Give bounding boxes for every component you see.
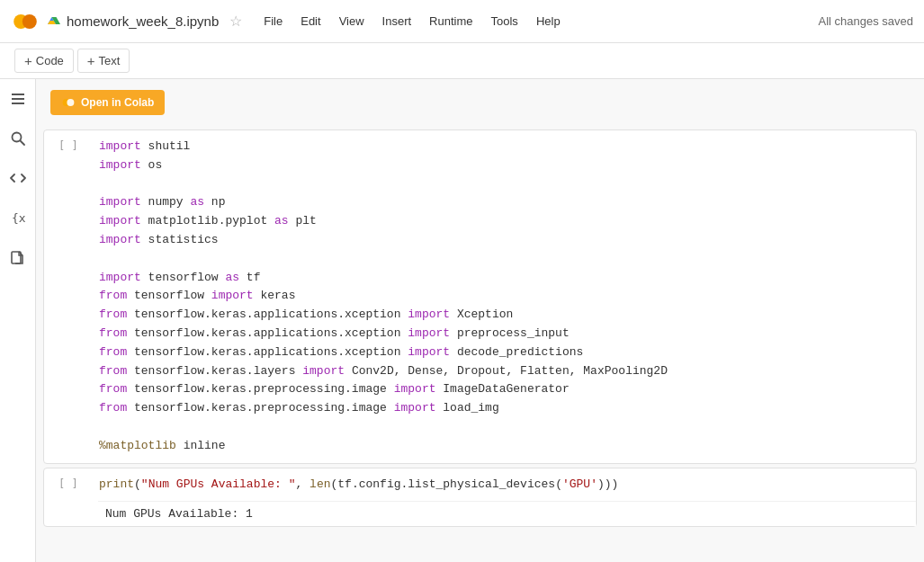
colab-button-area: Open in Colab — [36, 79, 924, 126]
text-label: Text — [99, 54, 121, 67]
menu-file[interactable]: File — [256, 11, 290, 31]
topbar: homework_week_8.ipynb ☆ File Edit View I… — [0, 0, 924, 43]
svg-line-6 — [20, 141, 24, 146]
open-in-colab-label: Open in Colab — [81, 96, 154, 109]
menu-tools[interactable]: Tools — [484, 11, 525, 31]
cell-1-content[interactable]: import shutil import os import numpy as … — [99, 130, 916, 463]
filename-text: homework_week_8.ipynb — [67, 13, 219, 29]
sidebar-toc-icon[interactable] — [5, 86, 31, 112]
drive-icon — [47, 13, 61, 29]
save-status: All changes saved — [818, 14, 913, 28]
svg-point-1 — [22, 14, 37, 29]
notebook: Open in Colab [ ] import shutil import o… — [36, 79, 924, 562]
add-code-button[interactable]: + Code — [14, 49, 74, 73]
menu-help[interactable]: Help — [529, 11, 568, 31]
plus-icon: + — [24, 53, 32, 68]
cell-1-gutter: [ ] — [44, 130, 98, 159]
sidebar-code-icon[interactable] — [5, 165, 31, 191]
sidebar-files-icon[interactable] — [5, 245, 31, 270]
star-icon[interactable]: ☆ — [229, 13, 242, 30]
svg-point-10 — [67, 99, 74, 106]
menu-bar: File Edit View Insert Runtime Tools Help — [256, 11, 567, 31]
cell-2-gutter: [ ] — [44, 468, 98, 497]
menu-insert[interactable]: Insert — [375, 11, 419, 31]
sidebar: {x} — [0, 79, 36, 562]
menu-runtime[interactable]: Runtime — [422, 11, 480, 31]
cell-2-content[interactable]: print("Num GPUs Available: ", len(tf.con… — [99, 468, 916, 502]
open-in-colab-button[interactable]: Open in Colab — [50, 90, 165, 115]
cell-2: [ ] print("Num GPUs Available: ", len(tf… — [43, 468, 917, 528]
cell-2-main: [ ] print("Num GPUs Available: ", len(tf… — [44, 468, 916, 502]
cell-1: [ ] import shutil import os import numpy… — [43, 129, 917, 464]
sidebar-search-icon[interactable] — [5, 126, 31, 151]
menu-view[interactable]: View — [332, 11, 372, 31]
toolbar: + Code + Text — [0, 43, 924, 79]
menu-edit[interactable]: Edit — [293, 11, 327, 31]
colab-logo — [11, 7, 40, 36]
svg-rect-3 — [12, 98, 24, 100]
main: {x} Open in Colab — [0, 79, 924, 562]
sidebar-variables-icon[interactable]: {x} — [5, 205, 31, 230]
svg-rect-4 — [12, 103, 24, 104]
cell-2-output: Num GPUs Available: 1 — [98, 501, 916, 526]
add-text-button[interactable]: + Text — [77, 49, 130, 73]
file-name: homework_week_8.ipynb — [47, 13, 219, 29]
svg-rect-2 — [12, 94, 24, 95]
plus-icon-text: + — [87, 53, 95, 68]
cell-1-main: [ ] import shutil import os import numpy… — [44, 130, 916, 463]
svg-text:{x}: {x} — [12, 211, 26, 225]
code-label: Code — [36, 54, 64, 67]
